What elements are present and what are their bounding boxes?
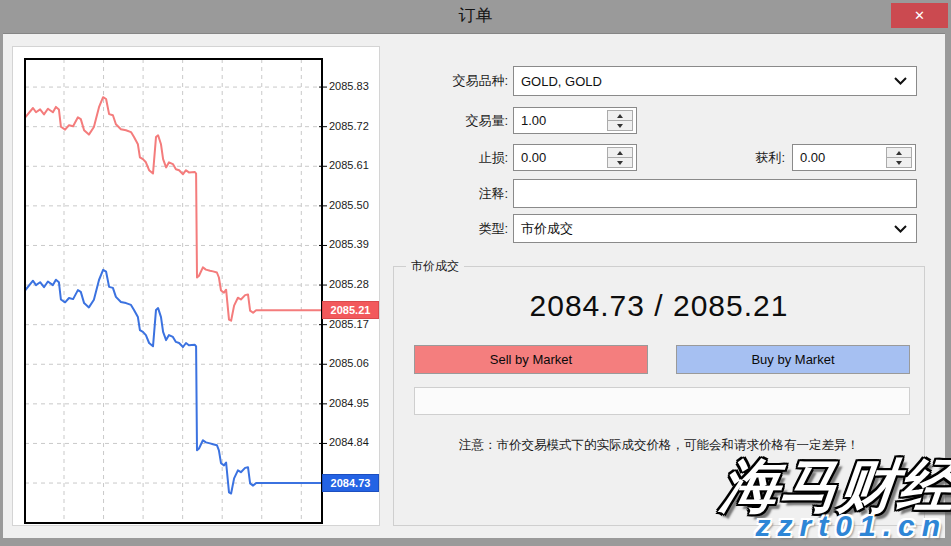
take-profit-label: 获利: [675, 144, 785, 171]
ask-price-tag: 2085.21 [322, 301, 379, 319]
volume-value: 1.00 [521, 113, 546, 128]
bid-ask-quote: 2084.73 / 2085.21 [394, 289, 924, 323]
chevron-down-icon [894, 77, 907, 85]
symbol-value: GOLD, GOLD [521, 74, 602, 89]
stop-loss-label: 止损: [398, 144, 508, 171]
arrow-up-icon [617, 151, 623, 155]
arrow-down-icon [617, 124, 623, 128]
price-chart [13, 47, 379, 525]
y-axis-tick-label: 2085.28 [329, 278, 369, 290]
y-axis-tick-label: 2084.84 [329, 436, 369, 448]
stop-loss-decrement-button[interactable] [607, 158, 633, 168]
arrow-down-icon [617, 161, 623, 165]
window-title: 订单 [0, 0, 951, 33]
volume-label: 交易量: [398, 107, 508, 134]
execution-progress-bar [414, 387, 910, 415]
take-profit-decrement-button[interactable] [886, 158, 912, 168]
order-type-label: 类型: [398, 214, 508, 243]
close-button[interactable]: ✕ [891, 3, 948, 28]
y-axis-tick-label: 2084.95 [329, 397, 369, 409]
comment-label: 注释: [398, 179, 508, 208]
take-profit-value: 0.00 [800, 150, 825, 165]
bid-price-tag: 2084.73 [322, 474, 379, 492]
buy-by-market-button[interactable]: Buy by Market [676, 345, 910, 374]
stop-loss-increment-button[interactable] [607, 147, 633, 158]
arrow-up-icon [896, 151, 902, 155]
market-execution-groupbox: 市价成交 2084.73 / 2085.21 Sell by Market Bu… [393, 266, 925, 526]
take-profit-increment-button[interactable] [886, 147, 912, 158]
dialog-content: 2085.832085.722085.612085.502085.392085.… [3, 33, 945, 538]
volume-increment-button[interactable] [607, 110, 633, 121]
take-profit-spinner[interactable]: 0.00 [792, 144, 916, 171]
stop-loss-spinner[interactable]: 0.00 [513, 144, 637, 171]
y-axis-tick-label: 2085.72 [329, 120, 369, 132]
volume-decrement-button[interactable] [607, 121, 633, 131]
symbol-combobox[interactable]: GOLD, GOLD [513, 66, 917, 96]
y-axis-tick-label: 2085.50 [329, 199, 369, 211]
order-dialog-window: 订单 ✕ 2085.832085.722085.612085.502085.39… [0, 0, 951, 546]
order-type-value: 市价成交 [521, 220, 573, 238]
chevron-down-icon [894, 225, 907, 233]
order-type-combobox[interactable]: 市价成交 [513, 214, 917, 243]
arrow-up-icon [617, 114, 623, 118]
volume-spinner[interactable]: 1.00 [513, 107, 637, 134]
y-axis-tick-label: 2085.61 [329, 159, 369, 171]
stop-loss-value: 0.00 [521, 150, 546, 165]
slippage-note: 注意：市价交易模式下的实际成交价格，可能会和请求价格有一定差异！ [394, 437, 924, 454]
chart-panel: 2085.832085.722085.612085.502085.392085.… [12, 46, 380, 526]
y-axis-tick-label: 2085.06 [329, 357, 369, 369]
comment-input[interactable] [513, 179, 917, 208]
symbol-label: 交易品种: [398, 66, 508, 96]
y-axis-tick-label: 2085.39 [329, 238, 369, 250]
sell-by-market-button[interactable]: Sell by Market [414, 345, 648, 374]
y-axis-tick-label: 2085.83 [329, 80, 369, 92]
title-bar: 订单 ✕ [0, 0, 951, 33]
y-axis-tick-label: 2085.17 [329, 318, 369, 330]
groupbox-legend: 市价成交 [406, 258, 464, 275]
arrow-down-icon [896, 161, 902, 165]
